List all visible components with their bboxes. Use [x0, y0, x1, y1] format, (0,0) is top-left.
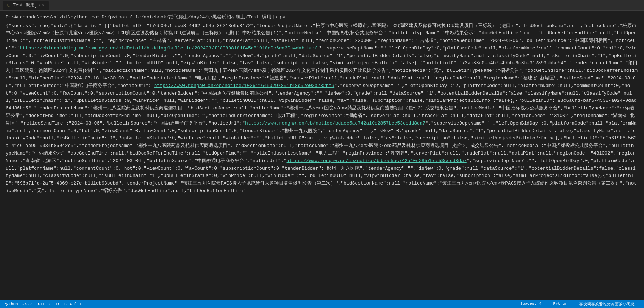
- hyperlink[interactable]: https://www.ronghw.cn/eb/notice/bdaee5ac…: [245, 121, 425, 126]
- status-bar: Python 3.9.7 UTF-8 Ln 1, Col 1 Spaces: 4…: [0, 300, 644, 308]
- title-bar: ⬡ Test_调用js ×: [0, 0, 644, 11]
- status-encoding: UTF-8: [38, 302, 50, 306]
- command-line: D:\Anaconda\envs\xizhi\python.exe D:/pyt…: [6, 14, 638, 21]
- hyperlink[interactable]: https://www.ronghw.cn/eb/notice/10361164…: [154, 83, 334, 88]
- content-area: D:\Anaconda\envs\xizhi\python.exe D:/pyt…: [0, 11, 644, 290]
- json-output: {"success":true,"data":{"dataList":[{"bu…: [6, 22, 638, 195]
- close-icon[interactable]: ×: [42, 3, 44, 8]
- status-language: Python: [553, 302, 567, 307]
- status-python: Python 3.9.7: [4, 302, 32, 306]
- hyperlink[interactable]: https://chinabidding.mofcom.gov.cn/bidDe…: [20, 45, 318, 51]
- tab-label: Test_调用js: [13, 2, 40, 8]
- file-icon: ⬡: [7, 3, 11, 8]
- hyperlink[interactable]: https://www.ronghw.cn/eb/notice/bdaee5ac…: [287, 158, 467, 164]
- status-spaces: Spaces: 4: [520, 302, 541, 307]
- status-right: Spaces: 4 Python 喜欢喝喜茶爱吃烤冷面的小黑爬: [520, 302, 640, 307]
- status-right-text: 喜欢喝喜茶爱吃烤冷面的小黑爬: [579, 302, 635, 307]
- tab[interactable]: ⬡ Test_调用js ×: [3, 1, 49, 10]
- status-line-col: Ln 1, Col 1: [56, 302, 82, 306]
